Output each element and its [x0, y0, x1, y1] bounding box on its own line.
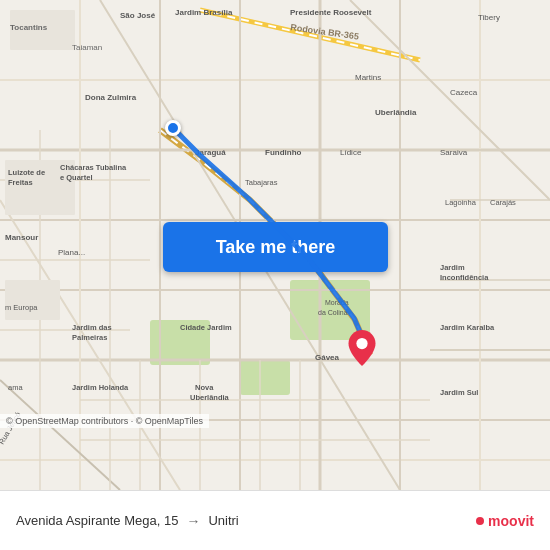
svg-text:Plana...: Plana... — [58, 248, 85, 257]
moovit-logo: moovit — [476, 513, 534, 529]
svg-text:Dona Zulmira: Dona Zulmira — [85, 93, 137, 102]
svg-text:Palmeiras: Palmeiras — [72, 333, 107, 342]
svg-text:Taiaman: Taiaman — [72, 43, 102, 52]
svg-text:Jardim Karalba: Jardim Karalba — [440, 323, 495, 332]
svg-text:Presidente Roosevelt: Presidente Roosevelt — [290, 8, 372, 17]
svg-text:Fundinho: Fundinho — [265, 148, 302, 157]
svg-text:Mansour: Mansour — [5, 233, 38, 242]
svg-text:Freitas: Freitas — [8, 178, 33, 187]
destination-text: Unitri — [208, 513, 238, 528]
bottom-bar: Avenida Aspirante Mega, 15 → Unitri moov… — [0, 490, 550, 550]
app-container: Rodovia BR-365 Tocantins Taiaman São Jos… — [0, 0, 550, 550]
map-attribution: © OpenStreetMap contributors · © OpenMap… — [0, 414, 209, 428]
map-area: Rodovia BR-365 Tocantins Taiaman São Jos… — [0, 0, 550, 490]
arrow-icon: → — [186, 513, 200, 529]
svg-rect-3 — [240, 360, 290, 395]
svg-text:Lagoinha: Lagoinha — [445, 198, 477, 207]
svg-text:Tibery: Tibery — [478, 13, 500, 22]
destination-marker — [348, 330, 376, 370]
svg-text:Jaraguá: Jaraguá — [195, 148, 226, 157]
svg-text:Morada: Morada — [325, 299, 349, 306]
svg-text:Chácaras Tubalina: Chácaras Tubalina — [60, 163, 127, 172]
svg-text:Carajás: Carajás — [490, 198, 516, 207]
svg-text:Jardim: Jardim — [440, 263, 465, 272]
take-me-there-button[interactable]: Take me there — [163, 222, 388, 272]
svg-text:ama: ama — [8, 383, 23, 392]
svg-text:da Colina: da Colina — [318, 309, 348, 316]
svg-text:Luizote de: Luizote de — [8, 168, 45, 177]
svg-text:São José: São José — [120, 11, 156, 20]
svg-text:Uberlândia: Uberlândia — [375, 108, 417, 117]
svg-text:Tocantins: Tocantins — [10, 23, 48, 32]
svg-text:Uberlândia: Uberlândia — [190, 393, 230, 402]
origin-text: Avenida Aspirante Mega, 15 — [16, 513, 178, 528]
svg-text:Cidade Jardim: Cidade Jardim — [180, 323, 232, 332]
svg-text:m Europa: m Europa — [5, 303, 38, 312]
svg-text:Gávea: Gávea — [315, 353, 340, 362]
svg-text:Saraiva: Saraiva — [440, 148, 468, 157]
moovit-dot — [476, 517, 484, 525]
svg-text:Tabajaras: Tabajaras — [245, 178, 278, 187]
svg-text:Cazeca: Cazeca — [450, 88, 478, 97]
svg-text:e Quartel: e Quartel — [60, 173, 93, 182]
route-info: Avenida Aspirante Mega, 15 → Unitri — [16, 513, 476, 529]
svg-text:Inconfidência: Inconfidência — [440, 273, 489, 282]
svg-text:Nova: Nova — [195, 383, 214, 392]
svg-point-81 — [356, 338, 367, 349]
svg-text:Lídice: Lídice — [340, 148, 362, 157]
svg-text:Jardim das: Jardim das — [72, 323, 112, 332]
svg-text:Jardim Brasília: Jardim Brasília — [175, 8, 233, 17]
svg-rect-40 — [5, 280, 60, 320]
origin-marker — [165, 120, 181, 136]
svg-text:Jardim Sul: Jardim Sul — [440, 388, 478, 397]
moovit-brand-text: moovit — [488, 513, 534, 529]
svg-text:Martins: Martins — [355, 73, 381, 82]
svg-text:Jardim Holanda: Jardim Holanda — [72, 383, 129, 392]
